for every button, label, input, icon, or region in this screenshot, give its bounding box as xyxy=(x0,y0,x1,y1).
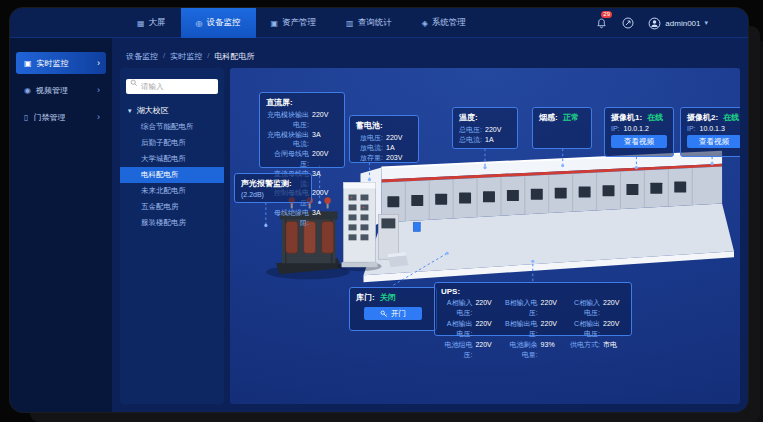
field-label: 母线绝缘电阻: xyxy=(266,208,309,228)
top-nav-tabs: ▦ 大屏 ◎ 设备监控 ▣ 资产管理 ▥ 查询统计 ◈ 系统管理 xyxy=(122,8,481,38)
search-icon xyxy=(130,79,138,87)
tree-item[interactable]: 大学城配电所 xyxy=(120,151,224,167)
field-value: 220V xyxy=(541,298,563,318)
ip-label: IP: xyxy=(611,125,620,132)
tab-label: 大屏 xyxy=(149,17,166,29)
device-monitor-icon: ◎ xyxy=(196,19,203,28)
tab-label: 设备监控 xyxy=(207,17,241,29)
tab-label: 资产管理 xyxy=(282,17,316,29)
panel-title: 库门: xyxy=(356,293,375,302)
user-menu[interactable]: admin001 ▾ xyxy=(648,17,708,30)
field-value: 220V xyxy=(475,319,497,339)
tab-big-screen[interactable]: ▦ 大屏 xyxy=(122,8,181,38)
field-label: 电池组电压: xyxy=(441,340,472,360)
field-value: 1A xyxy=(485,135,511,145)
tab-device-monitor[interactable]: ◎ 设备监控 xyxy=(181,8,256,38)
content-area: 设备监控 / 实时监控 / 电科配电所 ▾ 湖大校区 综合节能配电所 后 xyxy=(112,38,748,412)
sidebar-item-video-management[interactable]: ◉ 视频管理 › xyxy=(16,79,106,101)
tab-label: 查询统计 xyxy=(358,17,392,29)
sidebar-item-door-access[interactable]: ▯ 门禁管理 › xyxy=(16,106,106,128)
fullscreen-icon xyxy=(622,17,634,29)
dc-screen-panel: 直流屏: 充电模块输出电压:220V 充电模块输出电流:3A 合闸母线电压:20… xyxy=(259,92,345,168)
field-value: 200V xyxy=(312,149,338,169)
field-value: 3A xyxy=(312,169,338,189)
power-room-main-panel: 直流屏: 充电模块输出电压:220V 充电模块输出电流:3A 合闸母线电压:20… xyxy=(230,68,740,404)
chevron-down-icon: ▾ xyxy=(704,19,708,27)
sidebar-item-label: 视频管理 xyxy=(36,85,68,96)
app-window: ▦ 大屏 ◎ 设备监控 ▣ 资产管理 ▥ 查询统计 ◈ 系统管理 xyxy=(10,8,748,412)
panel-title: 烟感: xyxy=(539,113,558,122)
field-label: 放电压: xyxy=(356,133,383,143)
tree-root-label: 湖大校区 xyxy=(137,106,169,115)
key-icon xyxy=(380,310,388,318)
video-camera-icon: ◉ xyxy=(24,86,31,95)
breadcrumb: 设备监控 / 实时监控 / 电科配电所 xyxy=(126,51,254,62)
sidebar-item-realtime-monitor[interactable]: ▣ 实时监控 › xyxy=(16,52,106,74)
field-label: 合闸母线电压: xyxy=(266,149,309,169)
button-label: 查看视频 xyxy=(699,137,729,147)
tab-asset-management[interactable]: ▣ 资产管理 xyxy=(256,8,332,38)
station-tree: ▾ 湖大校区 综合节能配电所 后勤子配电所 大学城配电所 电科配电所 未来北配电… xyxy=(120,103,224,231)
ip-value: 10.0.1.3 xyxy=(700,125,725,132)
view-video-button[interactable]: 查看视频 xyxy=(611,135,667,148)
panel-title: 蓄电池: xyxy=(356,120,412,131)
panel-title: UPS: xyxy=(441,287,625,296)
field-label: A相输出电压: xyxy=(441,319,472,339)
open-door-button[interactable]: 开门 xyxy=(364,307,422,320)
sound-alarm-panel: 声光报警监测: (2.2dB) xyxy=(234,173,312,203)
field-label: 放电流: xyxy=(356,143,383,153)
search-input[interactable] xyxy=(126,79,218,94)
tab-label: 系统管理 xyxy=(432,17,466,29)
breadcrumb-item[interactable]: 设备监控 xyxy=(126,51,158,62)
panel-title: 摄像机1: xyxy=(611,113,642,122)
avatar-icon xyxy=(648,17,661,30)
field-value: 220V xyxy=(312,110,338,130)
tree-item[interactable]: 未来北配电所 xyxy=(120,183,224,199)
tree-item[interactable]: 服装楼配电房 xyxy=(120,215,224,231)
tab-system-management[interactable]: ◈ 系统管理 xyxy=(407,8,481,38)
field-label: 总电压: xyxy=(459,125,482,135)
field-value: 1A xyxy=(386,143,412,153)
tree-item[interactable]: 综合节能配电所 xyxy=(120,119,224,135)
dc-power-cabinet xyxy=(338,183,382,272)
panel-title: 摄像机2: xyxy=(687,113,718,122)
panel-title: 温度: xyxy=(459,112,511,123)
breadcrumb-current: 电科配电所 xyxy=(214,51,254,62)
temperature-panel: 温度: 总电压:220V 总电流:1A xyxy=(452,107,518,149)
top-right-actions: 29 admin001 ▾ xyxy=(594,8,708,38)
panel-title: 声光报警监测: xyxy=(241,178,305,189)
tree-root-node[interactable]: ▾ 湖大校区 xyxy=(120,103,224,119)
field-label: 充电模块输出电压: xyxy=(266,110,309,130)
status-badge: 在线 xyxy=(647,113,663,122)
username-label: admin001 xyxy=(665,19,700,28)
field-value: 203V xyxy=(386,153,412,163)
tree-item-selected[interactable]: 电科配电所 xyxy=(120,167,224,183)
caret-down-icon: ▾ xyxy=(128,107,132,114)
statistics-icon: ▥ xyxy=(346,19,354,28)
ups-panel: UPS: A相输入电压:220V B相输入电压:220V C相输入电压:220V… xyxy=(434,282,632,336)
notifications-button[interactable]: 29 xyxy=(594,16,608,30)
field-label: B相输入电压: xyxy=(503,298,537,318)
field-label: A相输入电压: xyxy=(441,298,472,318)
camera1-panel: 摄像机1: 在线 IP: 10.0.1.2 查看视频 xyxy=(604,107,674,157)
tree-search xyxy=(126,75,218,94)
tree-item[interactable]: 五金配电房 xyxy=(120,199,224,215)
status-badge: 在线 xyxy=(723,113,739,122)
field-label: C相输入电压: xyxy=(569,298,600,318)
breadcrumb-item[interactable]: 实时监控 xyxy=(170,51,202,62)
chevron-right-icon: › xyxy=(97,58,100,68)
tree-item[interactable]: 后勤子配电所 xyxy=(120,135,224,151)
field-label: 放存量: xyxy=(356,153,383,163)
fullscreen-button[interactable] xyxy=(621,16,635,30)
system-icon: ◈ xyxy=(422,19,428,28)
door-icon: ▯ xyxy=(24,113,28,122)
field-value: 220V xyxy=(475,298,497,318)
field-value: 220V xyxy=(485,125,511,135)
tab-query-statistics[interactable]: ▥ 查询统计 xyxy=(331,8,407,38)
battery-panel: 蓄电池: 放电压:220V 放电流:1A 放存量:203V xyxy=(349,115,419,163)
field-label: 供电方式: xyxy=(569,340,600,360)
field-value: 市电 xyxy=(603,340,625,360)
sidebar-item-label: 门禁管理 xyxy=(33,112,65,123)
top-nav-bar: ▦ 大屏 ◎ 设备监控 ▣ 资产管理 ▥ 查询统计 ◈ 系统管理 xyxy=(10,8,748,38)
view-video-button[interactable]: 查看视频 xyxy=(687,135,740,148)
